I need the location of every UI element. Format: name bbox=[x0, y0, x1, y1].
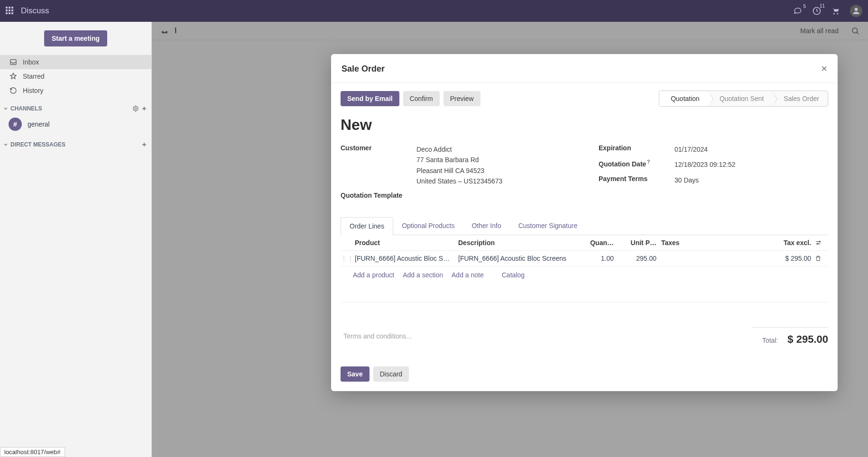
col-unit-price: Unit P… bbox=[619, 239, 661, 247]
channels-section-header[interactable]: CHANNELS bbox=[0, 98, 151, 115]
row-quantity[interactable]: 1.00 bbox=[576, 255, 619, 262]
col-description: Description bbox=[458, 239, 576, 247]
catalog-link[interactable]: Catalog bbox=[502, 271, 525, 279]
send-by-email-button[interactable]: Send by Email bbox=[341, 91, 399, 106]
total-label: Total: bbox=[762, 337, 778, 344]
close-icon[interactable]: × bbox=[821, 63, 827, 75]
add-product-link[interactable]: Add a product bbox=[353, 271, 394, 279]
svg-point-1 bbox=[855, 8, 858, 11]
col-quantity: Quan… bbox=[576, 239, 619, 247]
row-tax-excl: $ 295.00 bbox=[709, 255, 815, 262]
add-section-link[interactable]: Add a section bbox=[403, 271, 443, 279]
payment-terms-label: Payment Terms bbox=[599, 175, 674, 185]
activity-badge: 11 bbox=[818, 3, 826, 9]
stage-quotation-sent[interactable]: Quotation Sent bbox=[708, 91, 772, 106]
add-links-row: Add a product Add a section Add a note C… bbox=[341, 266, 828, 283]
history-icon bbox=[9, 87, 17, 94]
tab-order-lines[interactable]: Order Lines bbox=[341, 217, 393, 235]
apps-grid-icon[interactable] bbox=[6, 7, 14, 15]
quotation-date-value[interactable]: 12/18/2023 09:12:52 bbox=[674, 159, 735, 170]
sidebar-item-inbox[interactable]: Inbox bbox=[0, 55, 151, 69]
discard-button[interactable]: Discard bbox=[373, 366, 409, 382]
order-tabs: Order Lines Optional Products Other Info… bbox=[341, 217, 828, 235]
cart-icon[interactable] bbox=[831, 7, 840, 15]
confirm-button[interactable]: Confirm bbox=[403, 91, 440, 106]
browser-status-bar: localhost:8017/web# bbox=[0, 447, 65, 457]
col-product: Product bbox=[353, 239, 458, 247]
tab-optional-products[interactable]: Optional Products bbox=[393, 217, 463, 235]
blank-row bbox=[341, 283, 828, 302]
order-lines-table: Product Description Quan… Unit P… Taxes … bbox=[341, 235, 828, 320]
stage-sales-order[interactable]: Sales Order bbox=[772, 91, 828, 106]
channel-general-label: general bbox=[28, 120, 50, 128]
modal-header: Sale Order × bbox=[331, 54, 838, 83]
stage-quotation[interactable]: Quotation bbox=[659, 91, 708, 106]
customer-value[interactable]: Deco Addict 77 Santa Barbara Rd Pleasant… bbox=[416, 144, 502, 187]
customer-label: Customer bbox=[341, 144, 416, 187]
col-settings-icon[interactable] bbox=[815, 239, 828, 246]
gear-icon[interactable] bbox=[132, 105, 139, 112]
table-row[interactable]: ⋮⋮ [FURN_6666] Acoustic Bloc S… [FURN_66… bbox=[341, 251, 828, 266]
history-label: History bbox=[23, 87, 44, 94]
chevron-down-icon bbox=[3, 142, 9, 147]
channels-label: CHANNELS bbox=[10, 105, 130, 112]
main-area: I Mark all read Sale Order × Send by Ema… bbox=[152, 22, 868, 457]
modal-footer: Save Discard bbox=[331, 360, 838, 391]
sale-order-modal: Sale Order × Send by Email Confirm Previ… bbox=[331, 54, 838, 391]
activity-clock-icon[interactable]: 11 bbox=[812, 6, 822, 16]
tab-customer-signature[interactable]: Customer Signature bbox=[510, 217, 586, 235]
table-header: Product Description Quan… Unit P… Taxes … bbox=[341, 235, 828, 251]
start-meeting-button[interactable]: Start a meeting bbox=[44, 30, 107, 46]
row-description[interactable]: [FURN_6666] Acoustic Bloc Screens bbox=[458, 255, 576, 262]
spacer-row bbox=[341, 302, 828, 320]
channel-general[interactable]: # general bbox=[0, 115, 151, 134]
starred-label: Starred bbox=[23, 73, 45, 80]
svg-point-2 bbox=[135, 108, 137, 110]
plus-icon[interactable] bbox=[141, 141, 148, 148]
hash-icon: # bbox=[9, 118, 22, 131]
add-note-link[interactable]: Add a note bbox=[452, 271, 484, 279]
col-taxes: Taxes bbox=[661, 239, 709, 247]
preview-button[interactable]: Preview bbox=[443, 91, 480, 106]
top-navbar: Discuss 5 11 bbox=[0, 0, 868, 22]
discuss-sidebar: Start a meeting Inbox Starred History CH… bbox=[0, 22, 152, 457]
delete-row-icon[interactable] bbox=[815, 255, 828, 262]
sidebar-item-starred[interactable]: Starred bbox=[0, 69, 151, 83]
quotation-date-label: Quotation Date? bbox=[599, 159, 674, 170]
row-product[interactable]: [FURN_6666] Acoustic Bloc S… bbox=[353, 255, 458, 262]
expiration-label: Expiration bbox=[599, 144, 674, 155]
col-tax-excl: Tax excl. bbox=[709, 239, 815, 247]
messages-badge: 5 bbox=[802, 4, 807, 9]
messages-icon[interactable]: 5 bbox=[793, 7, 803, 15]
action-row: Send by Email Confirm Preview Quotation … bbox=[341, 91, 828, 107]
inbox-icon bbox=[9, 58, 17, 66]
chevron-down-icon bbox=[3, 106, 9, 111]
total-amount: $ 295.00 bbox=[787, 333, 828, 346]
dm-label: DIRECT MESSAGES bbox=[10, 141, 139, 148]
drag-handle-icon[interactable]: ⋮⋮ bbox=[341, 255, 353, 262]
stage-bar: Quotation Quotation Sent Sales Order bbox=[659, 91, 828, 107]
save-button[interactable]: Save bbox=[341, 366, 369, 382]
terms-input[interactable]: Terms and conditions... bbox=[341, 332, 412, 340]
dm-section-header[interactable]: DIRECT MESSAGES bbox=[0, 134, 151, 151]
expiration-value[interactable]: 01/17/2024 bbox=[674, 144, 708, 155]
record-title: New bbox=[341, 116, 828, 134]
total-block: Total: $ 295.00 bbox=[752, 327, 828, 346]
app-title: Discuss bbox=[21, 6, 49, 16]
modal-title: Sale Order bbox=[342, 64, 385, 74]
sidebar-item-history[interactable]: History bbox=[0, 83, 151, 98]
payment-terms-value[interactable]: 30 Days bbox=[674, 175, 699, 185]
inbox-label: Inbox bbox=[23, 58, 39, 66]
quotation-template-label: Quotation Template bbox=[341, 192, 416, 199]
user-avatar[interactable] bbox=[850, 5, 862, 17]
row-unit-price[interactable]: 295.00 bbox=[619, 255, 661, 262]
star-icon bbox=[9, 73, 17, 80]
plus-icon[interactable] bbox=[141, 105, 148, 112]
tab-other-info[interactable]: Other Info bbox=[463, 217, 509, 235]
